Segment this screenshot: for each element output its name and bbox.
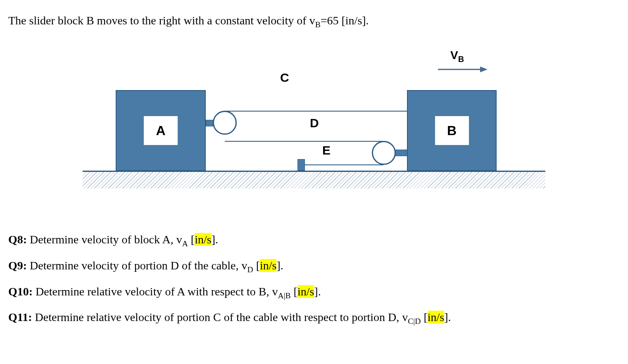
- velocity-sub: B: [458, 55, 464, 64]
- q11-unit: in/s: [428, 311, 444, 324]
- svg-marker-1: [480, 67, 488, 72]
- q11-text-pre: Determine relative velocity of portion C…: [32, 311, 408, 324]
- statement-sub: B: [315, 20, 321, 29]
- block-a-label: A: [144, 116, 178, 145]
- q8-unit: in/s: [195, 233, 211, 246]
- pulley-b: [372, 141, 396, 165]
- cable-label-c: C: [280, 71, 289, 85]
- questions: Q8: Determine velocity of block A, vA [i…: [8, 228, 620, 329]
- velocity-symbol: V: [450, 49, 458, 62]
- q10-bracket-open: [: [291, 285, 297, 298]
- question-9: Q9: Determine velocity of portion D of t…: [8, 255, 620, 277]
- q8-sub: A: [182, 239, 188, 248]
- q8-bracket-open: [: [188, 233, 195, 246]
- q10-text-pre: Determine relative velocity of A with re…: [33, 285, 278, 298]
- q8-text-pre: Determine velocity of block A, v: [27, 233, 182, 246]
- q9-label: Q9:: [8, 259, 27, 272]
- diagram-container: A B C D E VB: [8, 47, 620, 204]
- question-10: Q10: Determine relative velocity of A wi…: [8, 281, 620, 303]
- cable-d: [225, 141, 383, 142]
- block-a: A: [116, 90, 206, 171]
- block-b-label: B: [435, 116, 469, 145]
- cable-c: [225, 111, 411, 112]
- question-11: Q11: Determine relative velocity of port…: [8, 306, 620, 329]
- pulley-a: [213, 111, 237, 135]
- q9-bracket-open: [: [253, 259, 260, 272]
- question-8: Q8: Determine velocity of block A, vA [i…: [8, 228, 620, 251]
- cable-e: [301, 164, 383, 165]
- q10-sub: A|B: [278, 291, 290, 300]
- q11-bracket-open: [: [421, 311, 427, 324]
- velocity-arrow-icon: [438, 63, 488, 76]
- velocity-label: VB: [450, 49, 464, 64]
- statement-post: =65 [in/s].: [321, 14, 369, 27]
- q10-unit: in/s: [297, 285, 314, 298]
- q9-text-pre: Determine velocity of portion D of the c…: [27, 259, 247, 272]
- q9-sub: D: [247, 265, 253, 274]
- ground-hatching: [83, 172, 545, 188]
- q11-sub: C|D: [408, 317, 421, 326]
- ground-anchor: [297, 159, 305, 171]
- q11-label: Q11:: [8, 311, 32, 324]
- q8-label: Q8:: [8, 233, 27, 246]
- q8-bracket-close: ].: [212, 233, 218, 246]
- cable-label-d: D: [310, 116, 319, 130]
- q9-bracket-close: ].: [276, 259, 283, 272]
- q10-bracket-close: ].: [314, 285, 321, 298]
- q11-bracket-close: ].: [444, 311, 451, 324]
- cable-label-e: E: [322, 143, 331, 157]
- pulley-diagram: A B C D E VB: [83, 47, 545, 204]
- block-b: B: [407, 90, 497, 171]
- statement-pre: The slider block B moves to the right wi…: [8, 14, 315, 27]
- q10-label: Q10:: [8, 285, 33, 298]
- q9-unit: in/s: [260, 259, 276, 272]
- problem-statement: The slider block B moves to the right wi…: [8, 12, 620, 30]
